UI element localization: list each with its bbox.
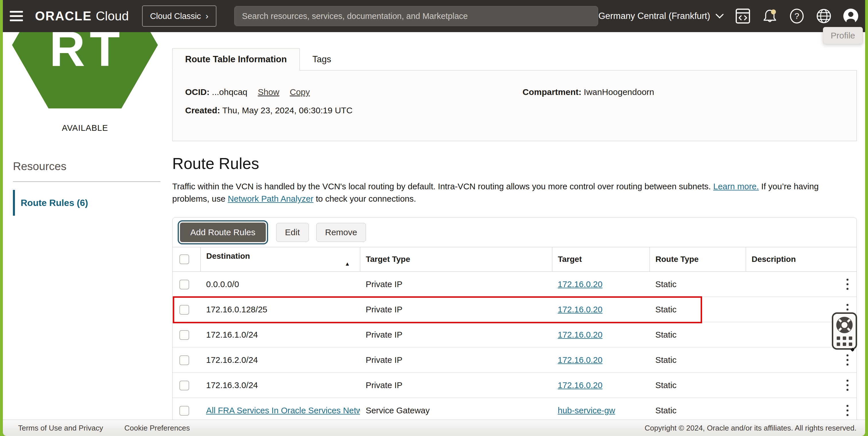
sidebar-item-route-rules[interactable]: Route Rules (6) <box>13 190 151 216</box>
profile-avatar[interactable] <box>843 8 859 24</box>
chevron-down-icon <box>715 13 724 19</box>
table-row: All FRA Services In Oracle Services Netw… <box>173 398 857 423</box>
target-link[interactable]: 172.16.0.20 <box>558 355 602 365</box>
row-checkbox[interactable] <box>179 356 189 365</box>
table-toolbar: Add Route Rules Edit Remove <box>173 218 857 247</box>
ocid-show-link[interactable]: Show <box>258 87 279 97</box>
ocid-copy-link[interactable]: Copy <box>290 87 310 97</box>
column-header-destination[interactable]: Destination▲ <box>200 247 360 272</box>
logo-oracle-text: ORACLE <box>35 9 92 23</box>
sidebar-divider <box>13 181 160 182</box>
row-actions-kebab-icon[interactable] <box>845 353 849 367</box>
ocid-value: ...ohqcaq <box>212 87 247 97</box>
cookie-preferences-link[interactable]: Cookie Preferences <box>124 424 190 433</box>
route-type-cell: Static <box>650 272 746 297</box>
route-type-cell: Static <box>650 398 746 423</box>
route-rules-tbody: 0.0.0.0/0Private IP172.16.0.20Static172.… <box>173 272 857 423</box>
help-icon[interactable]: ? <box>789 8 805 24</box>
table-row: 172.16.0.128/25Private IP172.16.0.20Stat… <box>173 297 857 322</box>
network-path-analyzer-link[interactable]: Network Path Analyzer <box>228 194 313 203</box>
header-actions: Germany Central (Frankfurt) ? <box>598 8 859 24</box>
edit-button[interactable]: Edit <box>276 223 309 242</box>
target-type-cell: Private IP <box>360 322 552 347</box>
hamburger-menu-icon[interactable] <box>8 10 25 22</box>
notification-dot <box>771 9 776 14</box>
copyright-text: Copyright © 2024, Oracle and/or its affi… <box>645 424 857 433</box>
description-cell <box>746 398 857 423</box>
row-actions-kebab-icon[interactable] <box>845 404 849 417</box>
destination-cell: 172.16.0.128/25 <box>200 297 360 322</box>
ocid-row: OCID: ...ohqcaq Show Copy <box>185 87 522 97</box>
target-link[interactable]: 172.16.0.20 <box>558 305 602 314</box>
row-checkbox[interactable] <box>179 280 189 290</box>
row-checkbox[interactable] <box>179 330 189 340</box>
learn-more-link[interactable]: Learn more. <box>713 181 759 191</box>
compartment-row: Compartment: IwanHoogendoorn <box>522 87 844 97</box>
tab-tags[interactable]: Tags <box>300 48 344 70</box>
row-checkbox[interactable] <box>179 381 189 391</box>
lifebuoy-icon <box>836 316 854 334</box>
target-link[interactable]: 172.16.0.20 <box>558 380 602 390</box>
cloud-classic-button[interactable]: Cloud Classic › <box>142 5 216 27</box>
target-type-cell: Private IP <box>360 347 552 373</box>
region-label: Germany Central (Frankfurt) <box>598 11 710 21</box>
description-cell <box>746 347 857 373</box>
tab-route-table-information[interactable]: Route Table Information <box>172 48 300 71</box>
remove-button[interactable]: Remove <box>316 223 366 242</box>
description-text-1: Traffic within the VCN is handled by the… <box>172 181 711 191</box>
logo-cloud-text: Cloud <box>96 9 129 23</box>
route-type-cell: Static <box>650 347 746 373</box>
target-link[interactable]: 172.16.0.20 <box>558 330 602 339</box>
compartment-label: Compartment: <box>522 87 581 97</box>
support-widget[interactable] <box>832 312 857 350</box>
svg-text:?: ? <box>795 11 799 21</box>
destination-cell: 172.16.2.0/24 <box>200 347 360 373</box>
column-header-target-type[interactable]: Target Type <box>360 247 552 272</box>
destination-cell: 172.16.3.0/24 <box>200 373 360 398</box>
terms-link[interactable]: Terms of Use and Privacy <box>18 424 103 433</box>
column-header-description[interactable]: Description <box>746 247 857 272</box>
page-footer: Terms of Use and Privacy Cookie Preferen… <box>3 420 865 436</box>
select-all-checkbox[interactable] <box>179 255 189 264</box>
table-header-row: Destination▲ Target Type Target Route Ty… <box>173 247 857 272</box>
route-rules-table-card: Add Route Rules Edit Remove Destination▲… <box>172 217 857 436</box>
row-checkbox[interactable] <box>179 406 189 416</box>
dots-grid-icon <box>837 336 852 346</box>
column-header-target[interactable]: Target <box>552 247 650 272</box>
dev-console-icon[interactable] <box>735 8 751 24</box>
description-text-3: to check your connections. <box>316 194 416 203</box>
target-type-cell: Private IP <box>360 373 552 398</box>
sidebar-item-label: Route Rules (6) <box>21 198 88 208</box>
table-row: 0.0.0.0/0Private IP172.16.0.20Static <box>173 272 857 297</box>
table-row: 172.16.1.0/24Private IP172.16.0.20Static <box>173 322 857 347</box>
row-checkbox[interactable] <box>179 305 189 315</box>
column-header-route-type[interactable]: Route Type <box>650 247 746 272</box>
route-type-cell: Static <box>650 373 746 398</box>
route-rules-description: Traffic within the VCN is handled by the… <box>172 180 857 205</box>
notifications-bell-icon[interactable] <box>762 8 778 24</box>
target-link[interactable]: 172.16.0.20 <box>558 279 602 289</box>
table-row: 172.16.2.0/24Private IP172.16.0.20Static <box>173 347 857 373</box>
row-actions-kebab-icon[interactable] <box>845 277 849 291</box>
destination-cell: 172.16.1.0/24 <box>200 322 360 347</box>
target-type-cell: Private IP <box>360 297 552 322</box>
page-title: Route Rules <box>172 154 857 173</box>
oracle-cloud-logo[interactable]: ORACLE Cloud <box>35 9 129 23</box>
browser-window: ORACLE Cloud Cloud Classic › Germany Cen… <box>3 0 865 436</box>
destination-cell: 0.0.0.0/0 <box>200 272 360 297</box>
language-globe-icon[interactable] <box>816 8 832 24</box>
chevron-right-icon: › <box>206 11 208 21</box>
created-label: Created: <box>185 106 220 115</box>
route-type-cell: Static <box>650 322 746 347</box>
tab-bar: Route Table Information Tags <box>172 48 857 71</box>
region-selector[interactable]: Germany Central (Frankfurt) <box>598 11 724 21</box>
destination-link[interactable]: All FRA Services In Oracle Services Netw… <box>206 406 360 415</box>
main-content: Route Table Information Tags OCID: ...oh… <box>172 32 857 436</box>
target-link[interactable]: hub-service-gw <box>558 406 615 415</box>
target-type-cell: Private IP <box>360 272 552 297</box>
row-actions-kebab-icon[interactable] <box>845 378 849 392</box>
table-row: 172.16.3.0/24Private IP172.16.0.20Static <box>173 373 857 398</box>
add-route-rules-button[interactable]: Add Route Rules <box>180 223 266 242</box>
global-search-input[interactable] <box>234 6 598 26</box>
profile-tooltip: Profile <box>823 27 863 44</box>
